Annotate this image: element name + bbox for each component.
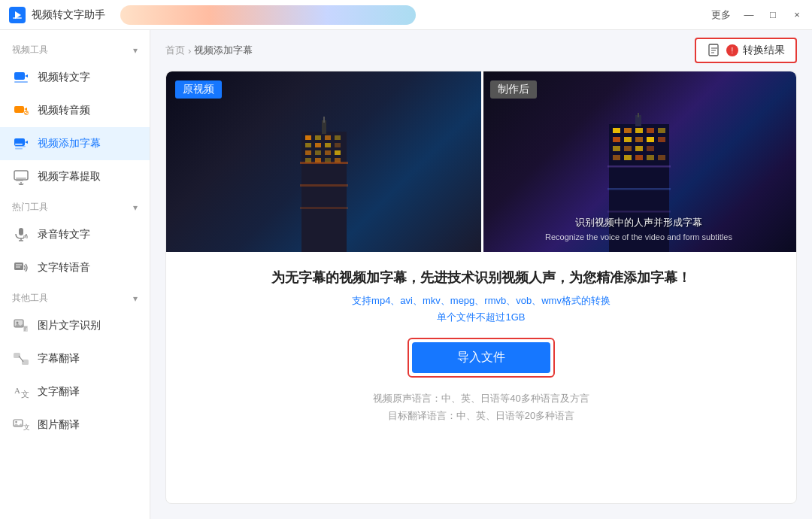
- text-voice-icon: [12, 259, 30, 277]
- language-info: 视频原声语言：中、英、日语等40多种语言及方言 目标翻译语言：中、英、日语等20…: [373, 390, 589, 425]
- audio-text-icon: [12, 226, 30, 244]
- app-logo: [9, 7, 26, 23]
- preview-label-original: 原视频: [175, 80, 222, 99]
- video-text-icon: [12, 68, 30, 86]
- svg-rect-16: [16, 180, 23, 181]
- sidebar-item-label-subtitle-trans: 字幕翻译: [38, 352, 80, 366]
- svg-rect-76: [635, 137, 643, 142]
- svg-rect-6: [14, 106, 24, 113]
- lang-source: 视频原声语言：中、英、日语等40多种语言及方言: [373, 390, 589, 407]
- sidebar-item-text-trans[interactable]: A 文 文字翻译: [0, 375, 150, 408]
- maximize-button[interactable]: □: [767, 9, 779, 21]
- search-bar[interactable]: [120, 5, 416, 25]
- svg-rect-51: [305, 143, 311, 147]
- svg-rect-91: [607, 188, 671, 190]
- svg-rect-77: [647, 137, 654, 142]
- svg-rect-75: [624, 137, 632, 142]
- sidebar-item-video-audio[interactable]: 视频转音频: [0, 94, 150, 127]
- main-layout: 视频工具 ▾ 视频转文字 视频转音频: [0, 30, 812, 519]
- sidebar-item-label-audio-text: 录音转文字: [38, 228, 90, 241]
- content-area: 首页 › 视频添加字幕 ! 转换结果 原视频: [150, 30, 812, 519]
- svg-rect-2: [13, 17, 22, 19]
- text-trans-icon: A 文: [12, 383, 30, 401]
- sidebar-item-audio-text[interactable]: 录音转文字: [0, 218, 150, 251]
- svg-text:A: A: [14, 386, 20, 395]
- sidebar-item-label-text-voice: 文字转语音: [38, 261, 90, 275]
- svg-rect-13: [15, 148, 23, 150]
- sidebar-item-video-text[interactable]: 视频转文字: [0, 61, 150, 94]
- content-header: 首页 › 视频添加字幕 ! 转换结果: [150, 30, 812, 71]
- svg-rect-57: [325, 150, 331, 155]
- svg-rect-52: [315, 143, 321, 147]
- section-other-tools: 其他工具 ▾: [0, 284, 150, 309]
- sidebar-item-text-voice[interactable]: 文字转语音: [0, 251, 150, 284]
- sidebar-item-label-image-trans: 图片翻译: [38, 418, 80, 432]
- sidebar-item-subtitle-trans[interactable]: 字幕翻译: [0, 342, 150, 375]
- content-card: 原视频: [165, 71, 797, 504]
- breadcrumb-separator: ›: [188, 45, 191, 56]
- video-audio-icon: [12, 102, 30, 120]
- desc-formats: 支持mp4、avi、mkv、mepg、rmvb、vob、wmv格式的转换: [352, 294, 611, 308]
- sidebar-item-image-ocr[interactable]: 图片文字识别: [0, 309, 150, 342]
- svg-rect-17: [19, 228, 23, 235]
- svg-rect-85: [635, 155, 643, 160]
- svg-rect-81: [635, 146, 643, 151]
- svg-rect-79: [613, 146, 620, 151]
- svg-rect-54: [335, 143, 341, 147]
- svg-rect-65: [300, 162, 348, 164]
- svg-rect-92: [607, 211, 671, 213]
- preview-divider: [481, 71, 483, 252]
- sidebar-item-image-trans[interactable]: 文 图片翻译: [0, 408, 150, 442]
- breadcrumb: 首页 › 视频添加字幕: [165, 44, 253, 57]
- video-subtitle-icon: [12, 135, 30, 153]
- minimize-button[interactable]: —: [743, 9, 755, 21]
- svg-marker-7: [24, 108, 27, 111]
- svg-text:文: 文: [21, 390, 29, 399]
- import-button-wrapper: 导入文件: [408, 338, 555, 378]
- svg-rect-73: [658, 128, 665, 133]
- import-button[interactable]: 导入文件: [412, 342, 550, 373]
- preview-banner: 原视频: [166, 71, 796, 252]
- preview-label-after: 制作后: [490, 80, 537, 99]
- preview-original: 原视频: [166, 71, 481, 252]
- preview-subtitle-cn: 识别视频中的人声并形成字幕: [481, 216, 796, 229]
- svg-rect-89: [638, 113, 639, 117]
- close-button[interactable]: ×: [791, 9, 803, 21]
- section-hot-tools: 热门工具 ▾: [0, 193, 150, 218]
- subtitle-trans-icon: [12, 350, 30, 368]
- svg-rect-82: [647, 146, 654, 151]
- image-trans-icon: 文: [12, 416, 30, 434]
- breadcrumb-home[interactable]: 首页: [165, 44, 185, 57]
- sidebar-item-subtitle-extract[interactable]: 视频字幕提取: [0, 160, 150, 193]
- sidebar-item-label-subtitle-extract: 视频字幕提取: [38, 170, 101, 184]
- svg-marker-10: [25, 141, 28, 144]
- lang-target: 目标翻译语言：中、英、日语等20多种语言: [373, 407, 589, 424]
- svg-rect-90: [607, 165, 671, 168]
- more-menu[interactable]: 更多: [711, 8, 731, 22]
- svg-rect-74: [613, 137, 620, 142]
- svg-rect-53: [325, 143, 331, 147]
- svg-rect-56: [315, 150, 321, 155]
- svg-rect-35: [22, 360, 29, 365]
- desc-limit: 单个文件不超过1GB: [437, 311, 525, 324]
- svg-rect-15: [16, 178, 26, 179]
- sidebar-item-label-video-text: 视频转文字: [38, 71, 90, 84]
- preview-subtitle-en: Recognize the voice of the video and for…: [481, 232, 796, 241]
- svg-rect-70: [624, 128, 632, 133]
- svg-marker-4: [25, 74, 28, 77]
- result-button[interactable]: ! 转换结果: [695, 38, 797, 63]
- sidebar-item-label-video-audio: 视频转音频: [38, 104, 90, 117]
- svg-rect-47: [305, 135, 311, 140]
- section-video-tools: 视频工具 ▾: [0, 36, 150, 61]
- sidebar-item-video-subtitle[interactable]: 视频添加字幕: [0, 127, 150, 160]
- building-left-svg: [279, 117, 369, 252]
- svg-rect-23: [14, 263, 23, 270]
- svg-rect-50: [335, 135, 341, 140]
- svg-rect-12: [15, 146, 26, 147]
- sidebar-item-label-image-ocr: 图片文字识别: [38, 319, 101, 332]
- preview-after: 制作后: [481, 71, 796, 252]
- desc-main: 为无字幕的视频加字幕，先进技术识别视频人声，为您精准添加字幕！: [271, 269, 691, 287]
- breadcrumb-current: 视频添加字幕: [194, 44, 253, 57]
- building-right-svg: [590, 113, 688, 252]
- svg-rect-84: [624, 155, 632, 160]
